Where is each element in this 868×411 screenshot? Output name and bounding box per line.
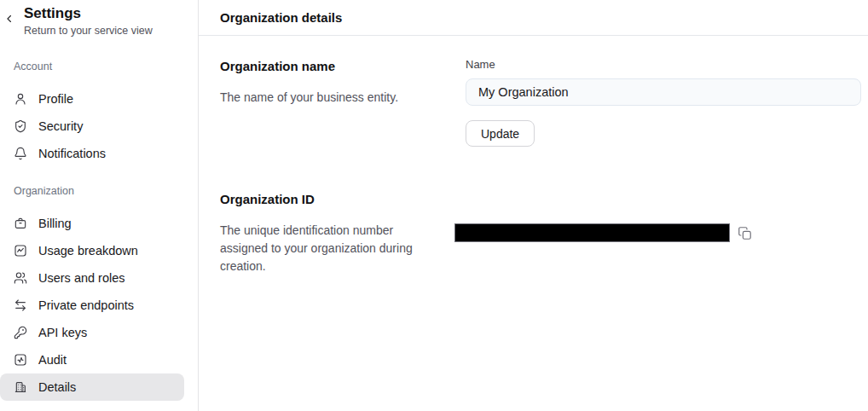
- account-nav: Profile Security Notifications: [0, 85, 198, 167]
- main-header-title: Organization details: [220, 10, 342, 25]
- sidebar-item-usage-breakdown[interactable]: Usage breakdown: [0, 237, 184, 264]
- organization-name-info: Organization name The name of your busin…: [220, 58, 466, 147]
- main-panel: Organization details Organization name T…: [199, 0, 868, 411]
- sidebar-item-notifications[interactable]: Notifications: [0, 140, 184, 167]
- main-header: Organization details: [199, 0, 868, 36]
- users-icon: [14, 271, 27, 285]
- chart-square-icon: [14, 244, 27, 258]
- sidebar-item-label: Audit: [38, 353, 67, 367]
- sidebar-item-label: Security: [38, 119, 83, 133]
- organization-id-row: [454, 191, 861, 242]
- arrows-left-right-icon: [14, 298, 27, 312]
- organization-name-description: The name of your business entity.: [220, 89, 440, 107]
- sidebar-item-security[interactable]: Security: [0, 113, 184, 140]
- chevron-left-icon: [3, 13, 15, 25]
- sidebar-item-label: Private endpoints: [38, 298, 134, 312]
- sidebar-item-label: Billing: [38, 217, 72, 230]
- back-button[interactable]: [2, 11, 17, 26]
- pulse-square-icon: [14, 353, 27, 367]
- section-label-account: Account: [0, 61, 198, 72]
- update-button[interactable]: Update: [466, 120, 535, 147]
- building-icon: [14, 380, 27, 394]
- sidebar-item-details[interactable]: Details: [0, 373, 184, 401]
- organization-nav: Billing Usage breakdown Users and roles …: [0, 210, 198, 401]
- organization-name-input[interactable]: [466, 78, 861, 106]
- organization-id-section: Organization ID The unique identificatio…: [220, 191, 861, 275]
- sidebar-header: Settings Return to your service view: [0, 0, 198, 38]
- organization-id-value-redacted: [454, 223, 730, 242]
- sidebar-item-api-keys[interactable]: API keys: [0, 319, 184, 346]
- bell-icon: [14, 147, 27, 160]
- name-field-label: Name: [466, 58, 861, 71]
- sidebar-item-label: Details: [38, 380, 76, 394]
- sidebar-item-billing[interactable]: Billing: [0, 210, 184, 237]
- page-title: Settings: [24, 4, 184, 22]
- settings-page: Settings Return to your service view Acc…: [0, 0, 868, 411]
- sidebar-item-private-endpoints[interactable]: Private endpoints: [0, 292, 184, 319]
- settings-sidebar: Settings Return to your service view Acc…: [0, 0, 199, 411]
- wallet-icon: [14, 217, 27, 230]
- main-content: Organization name The name of your busin…: [199, 36, 868, 275]
- page-subtitle: Return to your service view: [24, 25, 184, 38]
- shield-check-icon: [14, 119, 27, 133]
- organization-id-value-area: [466, 191, 861, 275]
- organization-id-title: Organization ID: [220, 192, 440, 207]
- sidebar-item-label: API keys: [38, 326, 87, 339]
- user-icon: [14, 92, 27, 106]
- sidebar-item-label: Users and roles: [38, 271, 125, 285]
- section-label-organization: Organization: [0, 185, 198, 197]
- sidebar-item-label: Usage breakdown: [38, 244, 138, 258]
- sidebar-item-users-and-roles[interactable]: Users and roles: [0, 264, 184, 292]
- organization-name-form: Name Update: [466, 58, 861, 147]
- sidebar-item-label: Notifications: [38, 147, 106, 160]
- sidebar-item-label: Profile: [38, 92, 73, 106]
- copy-icon: [738, 226, 752, 240]
- key-icon: [14, 326, 27, 339]
- organization-name-section: Organization name The name of your busin…: [220, 58, 861, 147]
- organization-id-description: The unique identification number assigne…: [220, 222, 440, 275]
- copy-button[interactable]: [736, 224, 753, 241]
- sidebar-item-audit[interactable]: Audit: [0, 346, 184, 373]
- sidebar-item-profile[interactable]: Profile: [0, 85, 184, 113]
- organization-name-title: Organization name: [220, 59, 440, 74]
- organization-id-info: Organization ID The unique identificatio…: [220, 191, 466, 275]
